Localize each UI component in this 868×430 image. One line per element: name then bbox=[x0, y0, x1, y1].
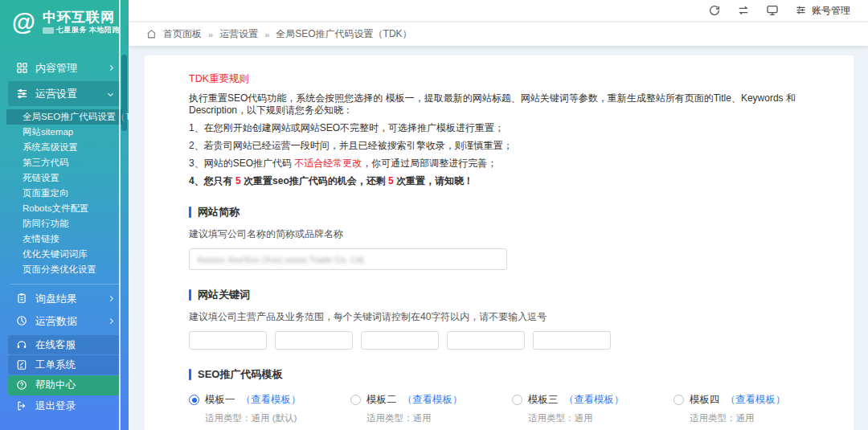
grid-icon bbox=[16, 62, 28, 74]
template-type: 通用 bbox=[736, 413, 755, 423]
sidebar-item-keyword-library[interactable]: 优化关键词词库 bbox=[6, 247, 122, 262]
sidebar-scrollbar-thumb[interactable] bbox=[121, 55, 127, 131]
template-2-radio[interactable] bbox=[350, 395, 361, 405]
keyword-input-3[interactable] bbox=[361, 331, 439, 350]
settings-card: TDK重要规则 执行重置SEO代码功能，系统会按照您选择的 模板一，提取最新的网… bbox=[145, 55, 854, 430]
site-name-input[interactable]: Xxxxxx Xxx/Xxx (Xxx) xxxxx Trade Co. Ltd… bbox=[189, 248, 507, 270]
template-type: 通用 bbox=[575, 413, 593, 423]
operation-settings-submenu: 全局SEO推广代码设置（TDK） 网站sitemap 系统高级设置 第三方代码 … bbox=[0, 107, 129, 281]
tdk-rule-3: 3、网站的SEO推广代码 不适合经常更改，你可通过局部调整进行完善； bbox=[189, 158, 809, 170]
template-option-1: 模板一（查看模板） 适用类型：通用 (默认) bbox=[189, 393, 350, 424]
sidebar-item-label: 询盘结果 bbox=[35, 292, 77, 306]
sidebar-item-ticket-system[interactable]: 工单系统 bbox=[8, 355, 121, 375]
breadcrumb-home[interactable]: 首页面板 bbox=[163, 27, 202, 41]
sidebar-item-tdk-settings[interactable]: 全局SEO推广代码设置（TDK） bbox=[6, 109, 122, 125]
sidebar-item-content-management[interactable]: 内容管理 bbox=[8, 55, 121, 80]
sidebar-item-online-service[interactable]: 在线客服 bbox=[8, 335, 121, 354]
view-template-link[interactable]: （查看模板） bbox=[564, 393, 624, 407]
sidebar-scrollbar-track bbox=[119, 0, 121, 430]
logo-swirl-icon: @ bbox=[10, 9, 37, 36]
question-circle-icon bbox=[16, 379, 28, 391]
template-name: 模板二 bbox=[366, 393, 397, 407]
keywords-section-title: 网站关键词 bbox=[189, 288, 809, 302]
reset-quota-remaining: 5 bbox=[388, 175, 394, 186]
template-option-2: 模板二（查看模板） 适用类型：通用 bbox=[350, 393, 512, 424]
keyword-input-2[interactable] bbox=[275, 331, 353, 350]
sidebar-item-page-redirect[interactable]: 页面重定向 bbox=[6, 186, 122, 201]
sidebar-item-label: 帮助中心 bbox=[35, 379, 76, 392]
keyword-input-5[interactable] bbox=[533, 331, 611, 350]
sidebar-item-page-category-seo[interactable]: 页面分类优化设置 bbox=[6, 262, 122, 277]
sidebar-divider bbox=[10, 284, 119, 285]
account-management-button[interactable]: 账号管理 bbox=[795, 4, 850, 18]
template-option-3: 模板三（查看模板） 适用类型：通用 bbox=[512, 393, 674, 424]
headset-icon bbox=[16, 339, 28, 351]
main-content: TDK重要规则 执行重置SEO代码功能，系统会按照您选择的 模板一，提取最新的网… bbox=[129, 46, 868, 430]
reset-quota-total: 5 bbox=[235, 175, 241, 186]
sidebar-item-inquiry-results[interactable]: 询盘结果 bbox=[8, 288, 121, 309]
breadcrumb-separator: » bbox=[264, 30, 269, 39]
monitor-icon[interactable] bbox=[766, 4, 779, 17]
sidebar-item-label: 退出登录 bbox=[35, 399, 76, 413]
templates-section-title: SEO推广代码模板 bbox=[189, 367, 809, 382]
sidebar-item-help-center[interactable]: 帮助中心 bbox=[8, 375, 121, 395]
tdk-rules-title: TDK重要规则 bbox=[189, 72, 809, 86]
keywords-hint: 建议填公司主营产品及业务范围，每个关键词请控制在40字符以内，请不要输入逗号 bbox=[189, 310, 809, 324]
tdk-rule-1: 1、在您刚开始创建网站或网站SEO不完整时，可选择推广模板进行重置； bbox=[189, 122, 809, 134]
utility-bar: 账号管理 bbox=[129, 0, 868, 22]
home-icon[interactable] bbox=[146, 29, 157, 39]
sidebar-item-operation-settings[interactable]: 运营设置 bbox=[8, 81, 121, 106]
app-tagline: 七星服务 本地陪跑 bbox=[56, 25, 120, 35]
breadcrumb-current-page: 全局SEO推广代码设置（TDK） bbox=[276, 27, 411, 41]
refresh-icon[interactable] bbox=[708, 4, 721, 17]
ticket-doc-icon bbox=[16, 359, 28, 371]
keyword-input-1[interactable] bbox=[189, 331, 267, 350]
rule-3-highlight: 不适合经常更改 bbox=[294, 158, 362, 169]
account-settings-icon bbox=[795, 4, 808, 17]
template-type: 通用 (默认) bbox=[252, 413, 297, 423]
site-name-value-redacted: Xxxxxx Xxx/Xxx (Xxx) xxxxx Trade Co. Ltd… bbox=[197, 255, 366, 264]
sidebar-item-label: 内容管理 bbox=[35, 61, 77, 76]
chevron-down-icon bbox=[108, 91, 113, 96]
transfer-arrows-icon[interactable] bbox=[737, 4, 750, 17]
sidebar-item-label: 运营数据 bbox=[35, 314, 77, 329]
view-template-link[interactable]: （查看模板） bbox=[726, 393, 786, 407]
template-4-radio[interactable] bbox=[674, 395, 684, 405]
sidebar-item-operation-data[interactable]: 运营数据 bbox=[8, 310, 121, 332]
tdk-rule-2: 2、若贵司网站已经运营一段时间，并且已经被搜索引擎收录，则谨慎重置； bbox=[189, 140, 809, 152]
template-option-4: 模板四（查看模板） 适用类型：通用 bbox=[674, 393, 835, 424]
breadcrumb-operation-settings[interactable]: 运营设置 bbox=[219, 27, 258, 41]
template-type: 通用 bbox=[413, 413, 432, 423]
template-3-radio[interactable] bbox=[512, 395, 522, 405]
chevron-right-icon bbox=[108, 318, 113, 324]
sidebar-item-advanced-settings[interactable]: 系统高级设置 bbox=[6, 140, 122, 155]
tdk-rule-4: 4、您只有 5 次重置seo推广代码的机会，还剩 5 次重置，请知晓！ bbox=[189, 175, 809, 187]
tdk-rules-intro: 执行重置SEO代码功能，系统会按照您选择的 模板一，提取最新的网站标题、网站关键… bbox=[189, 92, 809, 117]
app-logo: @ 中环互联网 七星服务 本地陪跑 bbox=[0, 0, 129, 43]
section-accent-bar bbox=[189, 289, 191, 301]
sidebar-item-friend-links[interactable]: 友情链接 bbox=[6, 231, 122, 247]
sidebar-item-third-party-code[interactable]: 第三方代码 bbox=[6, 155, 122, 170]
section-accent-bar bbox=[189, 207, 191, 218]
account-management-label: 账号管理 bbox=[812, 4, 850, 18]
template-1-radio[interactable] bbox=[189, 395, 199, 405]
sidebar-item-dead-links[interactable]: 死链设置 bbox=[6, 170, 122, 186]
keyword-inputs-row bbox=[189, 331, 809, 350]
sidebar-item-sitemap[interactable]: 网站sitemap bbox=[6, 125, 122, 140]
site-name-hint: 建议填写公司名称的简称或品牌名称 bbox=[189, 227, 809, 241]
breadcrumb: 首页面板 » 运营设置 » 全局SEO推广代码设置（TDK） bbox=[129, 23, 868, 46]
chevron-right-icon bbox=[108, 65, 113, 71]
sidebar-item-anti-competitor[interactable]: 防同行功能 bbox=[6, 216, 122, 231]
sidebar-item-label: 运营设置 bbox=[35, 87, 77, 101]
section-accent-bar bbox=[189, 369, 191, 380]
logo-micro-badge bbox=[43, 27, 54, 34]
sidebar-item-label: 在线客服 bbox=[35, 338, 76, 352]
clipboard-icon bbox=[16, 293, 28, 305]
app-title: 中环互联网 bbox=[43, 10, 120, 25]
keyword-input-4[interactable] bbox=[447, 331, 525, 350]
pie-chart-icon bbox=[16, 315, 28, 327]
view-template-link[interactable]: （查看模板） bbox=[241, 393, 301, 407]
sidebar-item-robots-config[interactable]: Robots文件配置 bbox=[6, 201, 122, 216]
sidebar-item-logout[interactable]: 退出登录 bbox=[8, 396, 121, 416]
view-template-link[interactable]: （查看模板） bbox=[403, 393, 463, 407]
